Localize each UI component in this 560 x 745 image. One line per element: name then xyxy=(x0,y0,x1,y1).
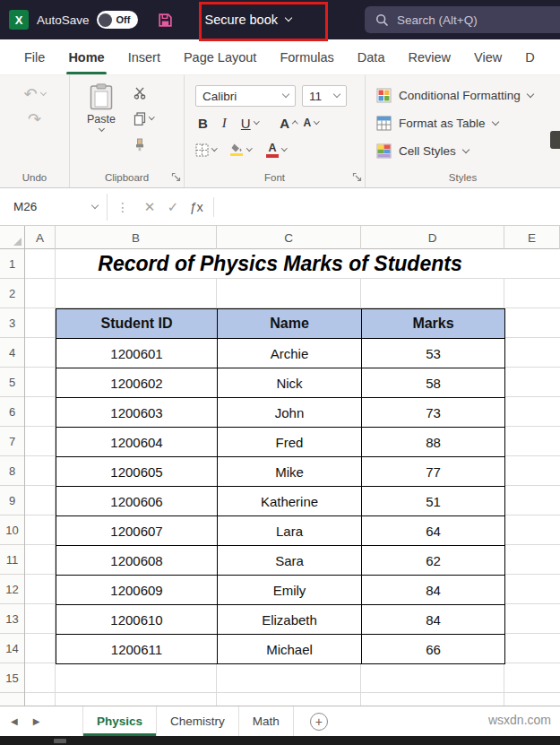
cut-button[interactable] xyxy=(134,84,154,100)
ribbon-tab-home[interactable]: Home xyxy=(56,39,116,74)
row-header-2[interactable]: 2 xyxy=(0,279,24,308)
table-cell[interactable]: 84 xyxy=(362,605,505,635)
table-cell[interactable]: 1200611 xyxy=(56,635,218,664)
table-cell[interactable]: Katherine xyxy=(218,487,362,516)
table-header-cell[interactable]: Marks xyxy=(362,309,505,339)
redo-button[interactable]: ↷ xyxy=(28,111,41,127)
search-box[interactable]: Search (Alt+Q) xyxy=(365,6,560,33)
table-cell[interactable]: 53 xyxy=(362,339,505,368)
row-header-13[interactable]: 13 xyxy=(0,604,24,634)
font-name-combo[interactable]: Calibri xyxy=(195,85,296,107)
name-box[interactable]: M26 xyxy=(2,194,108,221)
table-cell[interactable]: 84 xyxy=(362,576,505,605)
sheet-tab-physics[interactable]: Physics xyxy=(82,706,157,736)
table-cell[interactable]: 1200601 xyxy=(56,339,218,368)
ribbon-tab-file[interactable]: File xyxy=(13,39,56,74)
row-header-3[interactable]: 3 xyxy=(0,308,24,338)
copy-button[interactable] xyxy=(134,110,154,126)
table-cell[interactable]: Michael xyxy=(218,635,362,664)
borders-button[interactable] xyxy=(195,143,217,157)
row-header-12[interactable]: 12 xyxy=(0,575,24,604)
format-painter-button[interactable] xyxy=(134,136,154,152)
table-cell[interactable]: 1200608 xyxy=(56,546,218,576)
ribbon-tab-data[interactable]: Data xyxy=(346,39,397,74)
table-cell[interactable]: 1200604 xyxy=(56,428,218,457)
cell-styles-button[interactable]: Cell Styles xyxy=(376,137,560,165)
row-header-4[interactable]: 4 xyxy=(0,338,24,368)
row-header-8[interactable]: 8 xyxy=(0,456,24,486)
autosave-toggle[interactable]: Off xyxy=(97,11,138,29)
row-header-5[interactable]: 5 xyxy=(0,368,24,397)
spreadsheet-grid[interactable]: ABCDE 123456789101112131415 Record of Ph… xyxy=(0,226,560,706)
column-header-E[interactable]: E xyxy=(504,226,560,249)
ribbon-tab-formulas[interactable]: Formulas xyxy=(268,39,345,74)
table-cell[interactable]: 1200610 xyxy=(56,605,218,635)
paste-button[interactable]: Paste xyxy=(78,82,125,152)
table-cell[interactable]: 51 xyxy=(362,487,505,516)
table-cell[interactable]: 66 xyxy=(362,635,505,664)
font-color-button[interactable]: A xyxy=(266,143,287,158)
bold-button[interactable]: B xyxy=(195,116,211,131)
row-header-15[interactable]: 15 xyxy=(0,663,24,693)
table-cell[interactable]: 1200606 xyxy=(56,487,218,516)
enter-icon[interactable]: ✓ xyxy=(161,199,185,215)
save-button[interactable] xyxy=(158,13,173,28)
row-header-6[interactable]: 6 xyxy=(0,397,24,427)
table-cell[interactable]: Lara xyxy=(218,516,362,546)
table-cell[interactable]: 1200603 xyxy=(56,398,218,428)
ribbon-tab-view[interactable]: View xyxy=(462,39,513,74)
table-cell[interactable]: Mike xyxy=(218,457,362,487)
decrease-font-size-button[interactable]: A xyxy=(304,117,319,129)
formula-input[interactable] xyxy=(220,188,560,225)
increase-font-size-button[interactable]: A xyxy=(280,116,297,131)
underline-button[interactable]: U xyxy=(238,116,261,131)
table-cell[interactable]: 1200607 xyxy=(56,516,218,546)
italic-button[interactable]: I xyxy=(217,116,232,131)
select-all-corner[interactable] xyxy=(0,226,25,249)
table-cell[interactable]: Archie xyxy=(218,339,362,368)
row-header-7[interactable]: 7 xyxy=(0,427,24,456)
sheet-tab-math[interactable]: Math xyxy=(239,706,294,736)
column-header-C[interactable]: C xyxy=(217,226,361,249)
insert-function-icon[interactable]: ƒx xyxy=(185,200,208,214)
table-cell[interactable]: 58 xyxy=(362,368,505,398)
row-header-14[interactable]: 14 xyxy=(0,634,24,663)
font-dialog-launcher-icon[interactable] xyxy=(352,172,362,182)
table-cell[interactable]: 77 xyxy=(362,457,505,487)
fill-color-button[interactable] xyxy=(230,143,252,157)
column-header-B[interactable]: B xyxy=(56,226,217,249)
new-sheet-button[interactable]: + xyxy=(310,713,328,731)
undo-button[interactable]: ↶ xyxy=(23,86,45,102)
workbook-name-dropdown[interactable]: Secure book xyxy=(200,9,297,30)
table-cell[interactable]: 64 xyxy=(362,516,505,546)
table-header-cell[interactable]: Name xyxy=(218,309,362,339)
sheet-tab-chemistry[interactable]: Chemistry xyxy=(157,706,239,736)
table-cell[interactable]: Sara xyxy=(218,546,362,576)
formula-bar-dots-icon[interactable]: ⋮ xyxy=(108,200,138,214)
table-cell[interactable]: 62 xyxy=(362,546,505,576)
ribbon-tab-d[interactable]: D xyxy=(513,39,546,74)
table-cell[interactable]: 1200602 xyxy=(56,368,218,398)
column-header-A[interactable]: A xyxy=(25,226,56,249)
table-cell[interactable]: 1200609 xyxy=(56,576,218,605)
row-header-11[interactable]: 11 xyxy=(0,545,24,575)
column-header-D[interactable]: D xyxy=(361,226,504,249)
table-cell[interactable]: John xyxy=(218,398,362,428)
table-cell[interactable]: 88 xyxy=(362,428,505,457)
conditional-formatting-button[interactable]: Conditional Formatting xyxy=(376,82,560,109)
table-header-cell[interactable]: Student ID xyxy=(56,309,218,339)
table-cell[interactable]: 73 xyxy=(362,398,505,428)
table-cell[interactable]: Emily xyxy=(218,576,362,605)
sheet-nav-right-icon[interactable]: ▶ xyxy=(33,716,40,726)
sheet-title-cell[interactable]: Record of Physics Marks of Students xyxy=(56,249,504,278)
table-cell[interactable]: Elizabeth xyxy=(218,605,362,635)
font-size-combo[interactable]: 11 xyxy=(302,85,347,107)
clipboard-dialog-launcher-icon[interactable] xyxy=(171,172,181,182)
format-as-table-button[interactable]: Format as Table xyxy=(376,109,560,137)
row-header-10[interactable]: 10 xyxy=(0,515,24,545)
cancel-icon[interactable]: ✕ xyxy=(138,199,161,215)
table-cell[interactable]: Nick xyxy=(218,368,362,398)
table-cell[interactable]: 1200605 xyxy=(56,457,218,487)
row-header-9[interactable]: 9 xyxy=(0,486,24,515)
ribbon-tab-insert[interactable]: Insert xyxy=(116,39,172,74)
